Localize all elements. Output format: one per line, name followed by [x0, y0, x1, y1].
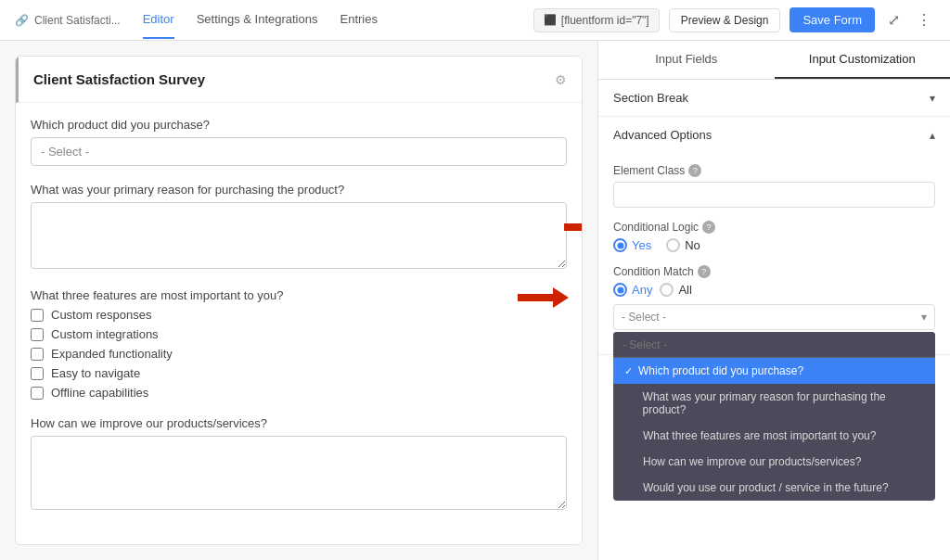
dropdown-item-label-4: Would you use our product / service in t…	[643, 481, 889, 494]
checkbox-input-1[interactable]	[31, 309, 44, 322]
field-label-4: How can we improve our products/services…	[31, 416, 567, 430]
nav-right: ⬛ [fluentform id="7"] Preview & Design S…	[533, 7, 935, 32]
nav-left: 🔗 Client Satisfacti... Editor Settings &…	[15, 1, 511, 39]
right-panel: Input Fields Input Customization Section…	[597, 41, 950, 560]
element-class-input[interactable]	[613, 182, 935, 208]
checkbox-custom-responses[interactable]: Custom responses	[31, 308, 567, 322]
collapse-icon[interactable]: ⚙	[555, 72, 567, 87]
checkbox-label-5: Offline capabilities	[51, 386, 148, 400]
nav-logo: 🔗 Client Satisfacti...	[15, 14, 121, 27]
radio-any-label: Any	[632, 283, 652, 297]
checkbox-input-5[interactable]	[31, 387, 44, 400]
field-label-2: What was your primary reason for purchas…	[31, 183, 567, 197]
dropdown-item-label-2: What three features are most important t…	[643, 429, 876, 442]
field-label-3: What three features are most important t…	[31, 288, 567, 302]
chevron-down-icon: ▾	[930, 92, 935, 105]
checkbox-label-3: Expanded functionality	[51, 347, 173, 361]
nav-logo-text: Client Satisfacti...	[34, 14, 121, 27]
dropdown-search-box	[613, 332, 935, 358]
dropdown-item-label-3: How can we improve our products/services…	[643, 455, 861, 468]
condition-match-radios: Any All	[613, 283, 935, 297]
conditional-logic-help-icon[interactable]: ?	[702, 221, 715, 234]
field-product-purchase: Which product did you purchase? - Select…	[31, 118, 567, 166]
dropdown-trigger[interactable]: - Select - ▾	[613, 304, 935, 330]
dropdown-item-0[interactable]: ✓ Which product did you purchase?	[613, 358, 935, 384]
dropdown-item-1[interactable]: What was your primary reason for purchas…	[613, 384, 935, 423]
checkbox-easy-to-navigate[interactable]: Easy to navigate	[31, 366, 567, 380]
form-card: Client Satisfaction Survey ⚙ Which produ…	[15, 56, 583, 545]
radio-no-dot	[666, 238, 680, 252]
main-layout: Client Satisfaction Survey ⚙ Which produ…	[0, 41, 950, 560]
radio-all-dot	[660, 283, 674, 297]
condition-match-group: Condition Match ? Any All	[613, 265, 935, 330]
form-body: Which product did you purchase? - Select…	[16, 103, 582, 544]
checkbox-offline[interactable]: Offline capabilities	[31, 386, 567, 400]
dropdown-menu: ✓ Which product did you purchase? What w…	[613, 332, 935, 501]
chevron-up-icon: ▴	[930, 129, 935, 142]
dropdown-item-2[interactable]: What three features are most important t…	[613, 423, 935, 449]
radio-any[interactable]: Any	[613, 283, 652, 297]
dropdown-item-3[interactable]: How can we improve our products/services…	[613, 449, 935, 475]
checkbox-input-3[interactable]	[31, 348, 44, 361]
element-class-label: Element Class ?	[613, 164, 935, 177]
right-tabs: Input Fields Input Customization	[598, 41, 950, 80]
dropdown-placeholder: - Select -	[622, 311, 666, 324]
preview-button[interactable]: Preview & Design	[669, 8, 781, 32]
accordion-advanced-header[interactable]: Advanced Options ▴	[598, 117, 950, 153]
field-label-1: Which product did you purchase?	[31, 118, 567, 132]
radio-no-label: No	[685, 238, 700, 252]
dropdown-item-label-1: What was your primary reason for purchas…	[643, 390, 924, 416]
tab-input-fields[interactable]: Input Fields	[598, 41, 775, 79]
conditional-logic-group: Conditional Logic ? Yes No	[613, 221, 935, 252]
element-class-group: Element Class ?	[613, 164, 935, 208]
conditional-logic-label: Conditional Logic ?	[613, 221, 935, 234]
tab-input-customization[interactable]: Input Customization	[775, 41, 951, 79]
advanced-options-body: Element Class ? Conditional Logic ?	[598, 153, 950, 354]
field-improve: How can we improve our products/services…	[31, 416, 567, 513]
radio-any-dot	[613, 283, 627, 297]
element-class-help-icon[interactable]: ?	[688, 164, 701, 177]
shortcode-icon: ⬛	[544, 14, 557, 26]
accordion-advanced-options: Advanced Options ▴ Element Class ?	[598, 117, 950, 355]
fullscreen-button[interactable]: ⤢	[884, 7, 904, 32]
radio-all[interactable]: All	[660, 283, 691, 297]
section-break-title: Section Break	[613, 91, 688, 105]
form-title: Client Satisfaction Survey	[33, 71, 205, 87]
accordion-section-break-header[interactable]: Section Break ▾	[598, 80, 950, 116]
checkbox-input-2[interactable]	[31, 328, 44, 341]
checkbox-custom-integrations[interactable]: Custom integrations	[31, 327, 567, 341]
radio-no[interactable]: No	[666, 238, 700, 252]
field-reason-wrapper: What was your primary reason for purchas…	[31, 183, 567, 272]
reason-textarea[interactable]	[31, 202, 567, 269]
checkbox-input-4[interactable]	[31, 367, 44, 380]
top-nav: 🔗 Client Satisfacti... Editor Settings &…	[0, 0, 950, 41]
checkbox-label-4: Easy to navigate	[51, 366, 140, 380]
form-header: Client Satisfaction Survey ⚙	[16, 57, 582, 103]
dropdown-arrow-icon: ▾	[921, 311, 927, 324]
more-menu-button[interactable]: ⋮	[913, 7, 935, 32]
checkbox-label-2: Custom integrations	[51, 327, 159, 341]
improve-textarea[interactable]	[31, 436, 567, 510]
shortcode-button[interactable]: ⬛ [fluentform id="7"]	[533, 8, 660, 32]
tab-settings[interactable]: Settings & Integrations	[197, 1, 318, 39]
advanced-options-title: Advanced Options	[613, 128, 712, 142]
check-icon-0: ✓	[624, 365, 633, 377]
checkbox-label-1: Custom responses	[51, 308, 151, 322]
save-button[interactable]: Save Form	[790, 7, 875, 32]
shortcode-text: [fluentform id="7"]	[561, 14, 649, 27]
conditional-logic-radios: Yes No	[613, 238, 935, 252]
product-select[interactable]: - Select -	[31, 137, 567, 166]
radio-yes-dot	[613, 238, 627, 252]
accordion-section-break: Section Break ▾	[598, 80, 950, 117]
dropdown-item-4[interactable]: Would you use our product / service in t…	[613, 475, 935, 501]
tab-editor[interactable]: Editor	[143, 1, 174, 39]
tab-entries[interactable]: Entries	[340, 1, 377, 39]
radio-all-label: All	[678, 283, 691, 297]
radio-yes[interactable]: Yes	[613, 238, 651, 252]
svg-marker-0	[564, 217, 583, 237]
right-content: Section Break ▾ Advanced Options ▴ Eleme…	[598, 80, 950, 560]
dropdown-search-input[interactable]	[623, 338, 926, 351]
condition-match-help-icon[interactable]: ?	[698, 265, 711, 278]
link-icon: 🔗	[15, 14, 29, 27]
checkbox-expanded-functionality[interactable]: Expanded functionality	[31, 347, 567, 361]
